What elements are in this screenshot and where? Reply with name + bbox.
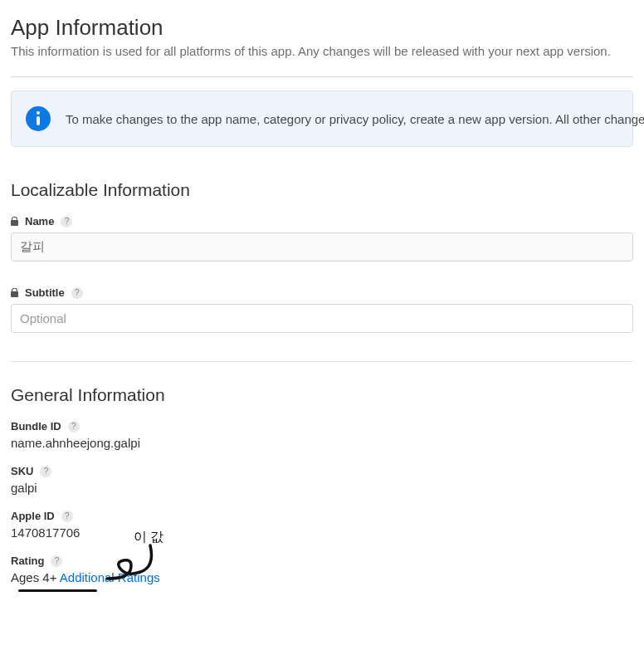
info-icon: [26, 106, 51, 131]
rating-label: Rating: [11, 555, 44, 567]
subtitle-field-block: Subtitle ?: [11, 286, 633, 333]
additional-ratings-link[interactable]: Additional Ratings: [60, 570, 160, 584]
sku-row: SKU ? galpi: [11, 465, 633, 495]
help-icon[interactable]: ?: [71, 287, 83, 299]
help-icon[interactable]: ?: [61, 511, 73, 522]
divider: [11, 76, 633, 77]
underline-annotation: [18, 589, 97, 592]
help-icon[interactable]: ?: [40, 466, 51, 477]
sku-label: SKU: [11, 465, 33, 477]
help-icon[interactable]: ?: [61, 216, 72, 227]
sku-value: galpi: [11, 481, 633, 495]
localizable-section-title: Localizable Information: [11, 180, 633, 200]
info-banner: To make changes to the app name, categor…: [11, 90, 633, 147]
subtitle-label: Subtitle: [25, 286, 65, 299]
lock-icon: [11, 217, 18, 226]
divider: [11, 361, 633, 362]
apple-id-value: 1470817706: [11, 525, 633, 540]
subtitle-input[interactable]: [11, 304, 633, 333]
general-section-title: General Information: [11, 385, 633, 405]
help-icon[interactable]: ?: [51, 555, 62, 567]
apple-id-label: Apple ID: [11, 510, 55, 522]
bundle-id-label: Bundle ID: [11, 420, 61, 433]
name-label: Name: [25, 215, 54, 227]
bundle-id-row: Bundle ID ? name.ahnheejong.galpi: [11, 420, 633, 450]
apple-id-row: Apple ID ? 1470817706: [11, 510, 633, 540]
page-title: App Information: [11, 15, 633, 41]
rating-value-row: Ages 4+ Additional Ratings: [11, 570, 633, 584]
name-input[interactable]: [11, 232, 633, 262]
rating-value: Ages 4+: [11, 570, 56, 584]
lock-icon: [11, 288, 18, 297]
page-subtitle: This information is used for all platfor…: [11, 44, 633, 58]
help-icon[interactable]: ?: [68, 421, 80, 433]
info-banner-text: To make changes to the app name, categor…: [66, 112, 644, 126]
name-field-block: Name ?: [11, 215, 633, 262]
rating-row: Rating ? Ages 4+ Additional Ratings: [11, 555, 633, 584]
bundle-id-value: name.ahnheejong.galpi: [11, 436, 633, 450]
